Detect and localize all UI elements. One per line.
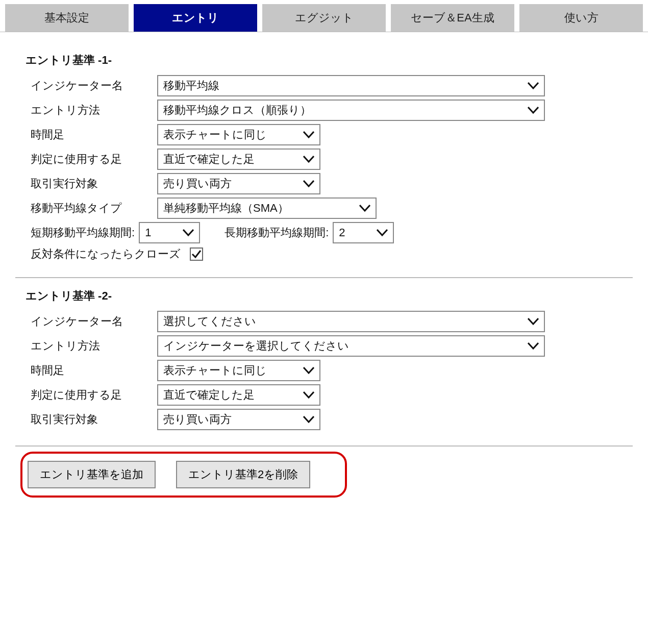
chevron-down-icon <box>303 391 314 399</box>
timeframe-label-1: 時間足 <box>31 124 148 145</box>
indicator-label-1: インジケーター名 <box>31 75 148 96</box>
bar-select-2[interactable]: 直近で確定した足 <box>157 384 320 406</box>
timeframe-select-1[interactable]: 表示チャートに同じ <box>157 124 320 145</box>
chevron-down-icon <box>183 229 194 236</box>
indicator-select-1[interactable]: 移動平均線 <box>157 75 545 96</box>
matype-label-1: 移動平均線タイプ <box>31 197 148 219</box>
matype-select-1[interactable]: 単純移動平均線（SMA） <box>157 197 377 219</box>
bar-select-1[interactable]: 直近で確定した足 <box>157 148 320 170</box>
bar-label-1: 判定に使用する足 <box>31 148 148 170</box>
close-on-reverse-checkbox[interactable] <box>190 247 203 261</box>
add-criteria-button[interactable]: エントリ基準を追加 <box>28 461 156 488</box>
chevron-down-icon <box>528 82 539 89</box>
chevron-down-icon <box>303 131 314 138</box>
indicator-value-1: 移動平均線 <box>163 78 219 93</box>
short-period-select[interactable]: 1 <box>139 222 200 243</box>
close-on-reverse-label: 反対条件になったらクローズ <box>31 246 181 262</box>
chevron-down-icon <box>303 156 314 163</box>
indicator-label-2: インジケーター名 <box>31 311 148 332</box>
long-period-value: 2 <box>339 226 345 239</box>
tab-basic[interactable]: 基本設定 <box>5 4 129 32</box>
long-period-select[interactable]: 2 <box>333 222 394 243</box>
method-select-2[interactable]: インジケーターを選択してください <box>157 335 545 357</box>
section-2-title: エントリ基準 -2- <box>26 288 633 304</box>
timeframe-value-1: 表示チャートに同じ <box>163 127 267 142</box>
tab-exit[interactable]: エグジット <box>262 4 386 32</box>
method-value-2: インジケーターを選択してください <box>163 338 349 354</box>
tab-entry[interactable]: エントリ <box>134 4 257 32</box>
matype-value-1: 単純移動平均線（SMA） <box>163 201 289 216</box>
target-label-1: 取引実行対象 <box>31 173 148 194</box>
delete-criteria-2-button[interactable]: エントリ基準2を削除 <box>176 461 310 488</box>
indicator-select-2[interactable]: 選択してください <box>157 311 545 332</box>
target-select-2[interactable]: 売り買い両方 <box>157 409 320 430</box>
button-row-highlight: エントリ基準を追加 エントリ基準2を削除 <box>20 452 347 498</box>
timeframe-value-2: 表示チャートに同じ <box>163 363 267 378</box>
method-select-1[interactable]: 移動平均線クロス（順張り） <box>157 100 545 121</box>
short-period-label: 短期移動平均線期間: <box>31 225 135 240</box>
chevron-down-icon <box>528 342 539 350</box>
section-divider-2 <box>15 445 633 447</box>
target-value-2: 売り買い両方 <box>163 412 232 427</box>
bar-value-1: 直近で確定した足 <box>163 152 255 167</box>
section-divider-1 <box>15 277 633 278</box>
chevron-down-icon <box>303 367 314 374</box>
entry-panel: エントリ基準 -1- インジケーター名 移動平均線 エントリ方法 移動平均線クロ… <box>0 32 648 518</box>
method-value-1: 移動平均線クロス（順張り） <box>163 103 311 118</box>
chevron-down-icon <box>528 318 539 325</box>
chevron-down-icon <box>528 107 539 114</box>
chevron-down-icon <box>359 205 370 212</box>
short-period-value: 1 <box>145 226 151 239</box>
timeframe-label-2: 時間足 <box>31 360 148 381</box>
indicator-value-2: 選択してください <box>163 314 256 329</box>
tab-bar: 基本設定 エントリ エグジット セーブ＆EA生成 使い方 <box>0 0 648 32</box>
target-value-1: 売り買い両方 <box>163 176 232 191</box>
target-select-1[interactable]: 売り買い両方 <box>157 173 320 194</box>
chevron-down-icon <box>303 416 314 423</box>
method-label-2: エントリ方法 <box>31 335 148 357</box>
timeframe-select-2[interactable]: 表示チャートに同じ <box>157 360 320 381</box>
section-1-title: エントリ基準 -1- <box>26 53 633 68</box>
bar-value-2: 直近で確定した足 <box>163 387 255 403</box>
tab-save[interactable]: セーブ＆EA生成 <box>391 4 514 32</box>
chevron-down-icon <box>303 180 314 187</box>
method-label-1: エントリ方法 <box>31 100 148 121</box>
tab-usage[interactable]: 使い方 <box>519 4 643 32</box>
chevron-down-icon <box>377 229 388 236</box>
long-period-label: 長期移動平均線期間: <box>225 225 329 240</box>
target-label-2: 取引実行対象 <box>31 409 148 430</box>
bar-label-2: 判定に使用する足 <box>31 384 148 406</box>
